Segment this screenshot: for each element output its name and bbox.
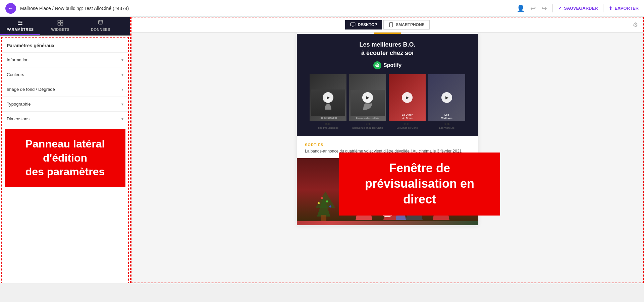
accordion-couleurs-header[interactable]: Couleurs ▾ [2, 67, 128, 82]
donnees-icon [97, 19, 104, 26]
accordion-couleurs-label: Couleurs [7, 72, 24, 77]
desktop-button[interactable]: DESKTOP [345, 20, 382, 29]
preview-content: Les meilleures B.O. à écouter chez soi S… [131, 33, 643, 283]
save-label: SAUVEGARDER [564, 6, 598, 11]
movie-cards-row: The Intouchables ▶ B.O. The Intouchables [305, 74, 470, 131]
accordion-information-label: Information [7, 57, 29, 62]
movie-card-title-3: B.O. [389, 121, 426, 126]
tab-donnees-label: DONNÉES [91, 27, 110, 32]
svg-point-3 [18, 20, 19, 21]
movie-card-sub-2: Bienvenue chez les Ch'tis [349, 126, 386, 131]
tab-parametres[interactable]: PARAMÈTRES [0, 17, 40, 35]
sorties-section: SORTIES La bande-annonce du quatrième vo… [297, 136, 478, 154]
export-icon: ⬆ [609, 6, 612, 11]
spotify-title-line2: à écouter chez soi [361, 50, 414, 56]
chevron-down-icon-5: ▾ [121, 117, 123, 121]
movie-card-img-1: The Intouchables ▶ [310, 74, 346, 121]
svg-point-25 [326, 200, 328, 202]
movie-card-1: The Intouchables ▶ B.O. The Intouchables [310, 74, 346, 131]
spotify-circle-icon [373, 61, 381, 69]
chevron-down-icon-4: ▾ [121, 102, 123, 107]
play-button-2[interactable]: ▶ [362, 92, 373, 103]
movie-card-img-2: Bienvenue chez les Ch'tis ▶ [349, 74, 386, 121]
movie-card-title-2: B.O. [349, 121, 386, 126]
desktop-label: DESKTOP [358, 22, 377, 27]
play-button-4[interactable]: ▶ [441, 92, 452, 103]
svg-point-23 [318, 202, 320, 204]
movie-card-4: LesVisiteurs ▶ B.O. Les Visiteurs [428, 74, 465, 131]
movie-card-title-4: B.O. [428, 121, 465, 126]
preview-top-bar: DESKTOP SMARTPHONE ⚙ [131, 17, 643, 33]
accordion-image-fond[interactable]: Image de fond / Dégradé ▾ [2, 82, 128, 97]
svg-point-24 [321, 197, 323, 199]
accordion-couleurs[interactable]: Couleurs ▾ [2, 67, 128, 82]
accordion-typographie-header[interactable]: Typographie ▾ [2, 97, 128, 111]
tab-donnees[interactable]: DONNÉES [80, 17, 121, 35]
sorties-label: SORTIES [305, 143, 470, 147]
movie-card-3: Le Dînerde Cons ▶ B.O. Le Dîner de Cons [389, 74, 426, 131]
play-button-3[interactable]: ▶ [402, 92, 413, 103]
svg-rect-9 [61, 23, 63, 25]
svg-point-10 [98, 20, 103, 22]
annotation-line2: d'édition [43, 152, 87, 164]
spotify-music-icon [375, 63, 380, 68]
back-icon: ← [8, 5, 13, 11]
chevron-down-icon-2: ▾ [121, 72, 123, 77]
svg-rect-6 [58, 20, 60, 23]
spotify-title-line1: Les meilleures B.O. [359, 41, 415, 48]
save-button[interactable]: ✓ SAUVEGARDER [558, 6, 598, 11]
movie-card-2: Bienvenue chez les Ch'tis ▶ B.O. Bienven… [349, 74, 386, 131]
export-button[interactable]: ⬆ EXPORTER [609, 6, 639, 11]
main-layout: PARAMÈTRES WIDGETS DONNÉES Paramètres gé… [0, 17, 644, 283]
svg-rect-22 [321, 215, 326, 221]
section-title: Paramètres généraux [2, 38, 128, 53]
accordion-typographie-label: Typographie [7, 102, 31, 107]
movie-card-img-4: LesVisiteurs ▶ [428, 74, 465, 121]
movie-card-sub-4: Les Visiteurs [428, 126, 465, 131]
save-check-icon: ✓ [558, 6, 562, 11]
tab-parametres-label: PARAMÈTRES [6, 27, 34, 32]
accordion-image-fond-label: Image de fond / Dégradé [7, 87, 55, 92]
accordion-information-header[interactable]: Information ▾ [2, 53, 128, 67]
redo-icon[interactable]: ↪ [541, 4, 547, 12]
spotify-banner-title: Les meilleures B.O. à écouter chez soi [305, 41, 470, 57]
spotify-logo: Spotify [305, 61, 470, 69]
device-buttons: DESKTOP SMARTPHONE [345, 20, 429, 29]
top-bar-left: ← Mailrose Place / Now building: Test Al… [5, 3, 129, 14]
top-bar: ← Mailrose Place / Now building: Test Al… [0, 0, 644, 17]
back-button[interactable]: ← [5, 3, 16, 14]
desktop-icon [350, 22, 356, 27]
accordion-dimensions-label: Dimensions [7, 116, 30, 121]
user-icon[interactable]: 👤 [517, 4, 525, 12]
svg-point-15 [391, 26, 391, 26]
left-panel-content: Paramètres généraux Information ▾ Couleu… [1, 37, 129, 283]
svg-rect-14 [390, 22, 393, 27]
widgets-icon [57, 19, 64, 26]
nav-tabs-bar: PARAMÈTRES WIDGETS DONNÉES [0, 17, 130, 36]
smartphone-label: SMARTPHONE [396, 22, 424, 27]
svg-rect-7 [61, 20, 63, 23]
svg-point-26 [329, 205, 331, 207]
accordion-typographie[interactable]: Typographie ▾ [2, 97, 128, 112]
accordion-dimensions-header[interactable]: Dimensions ▾ [2, 112, 128, 126]
divider2 [603, 4, 603, 12]
movie-card-img-3: Le Dînerde Cons ▶ [389, 74, 426, 121]
accordion-dimensions[interactable]: Dimensions ▾ [2, 112, 128, 126]
accordion-information[interactable]: Information ▾ [2, 53, 128, 67]
undo-icon[interactable]: ↩ [530, 4, 536, 12]
svg-point-5 [19, 24, 20, 25]
accordion-image-fond-header[interactable]: Image de fond / Dégradé ▾ [2, 82, 128, 97]
preview-annotation-line2: prévisualisation en direct [365, 177, 474, 206]
smartphone-button[interactable]: SMARTPHONE [383, 20, 429, 29]
preview-annotation: Fenêtre de prévisualisation en direct [339, 153, 500, 216]
settings-icon[interactable]: ⚙ [633, 21, 638, 28]
chevron-down-icon-3: ▾ [121, 87, 123, 92]
export-label: EXPORTER [614, 6, 639, 11]
tab-widgets[interactable]: WIDGETS [40, 17, 80, 35]
svg-point-4 [21, 22, 22, 23]
play-button-1[interactable]: ▶ [323, 92, 333, 103]
annotation-line1: Panneau latéral [25, 138, 105, 150]
svg-rect-11 [351, 23, 355, 26]
left-panel: PARAMÈTRES WIDGETS DONNÉES Paramètres gé… [0, 17, 131, 283]
spotify-banner: Les meilleures B.O. à écouter chez soi S… [297, 34, 478, 136]
